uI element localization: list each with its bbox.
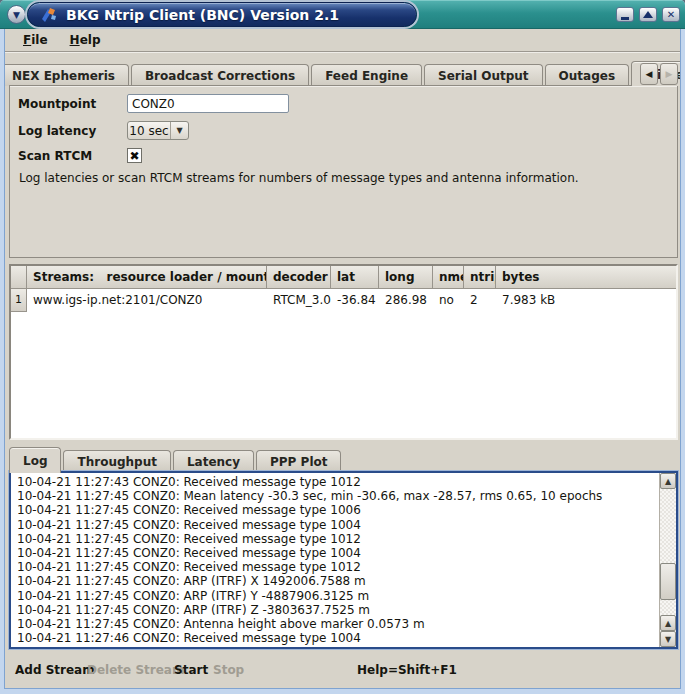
cell-nmea: no (433, 289, 464, 312)
start-button[interactable]: Start (174, 663, 208, 677)
log-lines: 10-04-21 11:27:43 CONZ0: Received messag… (11, 473, 658, 647)
mountpoint-row: Mountpoint (18, 94, 289, 113)
scrollbar-thumb[interactable] (660, 563, 676, 600)
tab-scroll-buttons: ◀ ▶ (640, 63, 678, 85)
cell-resource: www.igs-ip.net:2101/CONZ0 (27, 289, 267, 312)
log-latency-value: 10 sec (128, 124, 170, 138)
settings-tab-bar: NEX Ephemeris Broadcast Corrections Feed… (5, 60, 680, 86)
chevron-right-icon: ▶ (666, 69, 673, 79)
window-title: BKG Ntrip Client (BNC) Version 2.1 (66, 7, 339, 23)
tab-feed-engine[interactable]: Feed Engine (311, 64, 422, 86)
col-header-bytes[interactable]: bytes (496, 266, 676, 289)
col-header-streams[interactable]: Streams: resource loader / mountpoint (27, 266, 267, 289)
tab-scroll-left-button[interactable]: ◀ (640, 63, 658, 85)
title-pill: BKG Ntrip Client (BNC) Version 2.1 (27, 2, 417, 27)
title-bar[interactable]: ▼ BKG Ntrip Client (BNC) Version 2.1 ✕ (0, 0, 685, 29)
cell-decoder: RTCM_3.0 (267, 289, 331, 312)
close-button[interactable]: ✕ (662, 7, 680, 22)
arrow-down-icon: ▼ (665, 635, 671, 644)
scan-rtcm-checkbox[interactable]: ✖ (127, 148, 142, 163)
log-line: 10-04-21 11:27:45 CONZ0: Received messag… (17, 546, 658, 560)
output-tab-bar: Log Throughput Latency PPP Plot (9, 448, 678, 472)
menu-help[interactable]: Help (62, 31, 109, 49)
log-line: 10-04-21 11:27:45 CONZ0: ARP (ITRF) Y -4… (17, 589, 658, 603)
help-shortcut-hint: Help=Shift+F1 (357, 663, 457, 677)
arrow-up-icon: ▲ (665, 619, 671, 628)
checkmark-icon: ✖ (129, 150, 139, 162)
col-header-nmea[interactable]: nmea (433, 266, 464, 289)
col-header-lat[interactable]: lat (331, 266, 379, 289)
cell-lat: -36.84 (331, 289, 379, 312)
log-latency-row: Log latency 10 sec ▼ (18, 121, 189, 140)
scan-rtcm-label: Scan RTCM (18, 149, 127, 163)
cell-bytes: 7.983 kB (496, 289, 676, 312)
tab-ppp-plot[interactable]: PPP Plot (256, 450, 341, 472)
add-stream-button[interactable]: Add Stream (15, 663, 95, 677)
mountpoint-label: Mountpoint (18, 97, 127, 111)
table-row[interactable]: 1 www.igs-ip.net:2101/CONZ0 RTCM_3.0 -36… (11, 289, 676, 312)
tab-scroll-right-button[interactable]: ▶ (660, 63, 678, 85)
scroll-down-button[interactable]: ▼ (660, 631, 676, 647)
delete-stream-button: Delete Stream (87, 663, 184, 677)
maximize-icon (643, 11, 653, 18)
maximize-button[interactable] (639, 7, 657, 22)
chevron-left-icon: ◀ (646, 69, 653, 79)
log-line: 10-04-21 11:27:45 CONZ0: ARP (ITRF) Z -3… (17, 603, 658, 617)
streams-table-header: Streams: resource loader / mountpoint de… (11, 266, 676, 289)
col-header-ntrip[interactable]: ntrip (464, 266, 496, 289)
client-area: File Help NEX Ephemeris Broadcast Correc… (4, 29, 681, 689)
log-latency-label: Log latency (18, 124, 127, 138)
stop-button: Stop (213, 663, 244, 677)
col-header-long[interactable]: long (379, 266, 433, 289)
tab-broadcast-corrections[interactable]: Broadcast Corrections (131, 64, 309, 86)
tab-latency[interactable]: Latency (173, 450, 254, 472)
scroll-up-button[interactable]: ▲ (660, 473, 676, 489)
mountpoint-input[interactable] (127, 94, 289, 113)
log-line: 10-04-21 11:27:43 CONZ0: Received messag… (17, 475, 658, 489)
arrow-up-icon: ▲ (665, 477, 671, 486)
log-line: 10-04-21 11:27:45 CONZ0: Received messag… (17, 560, 658, 574)
window-menu-button[interactable]: ▼ (7, 5, 26, 24)
action-bar: Add Stream Delete Stream Start Stop Help… (5, 663, 680, 683)
scroll-up-button-bottom[interactable]: ▲ (660, 615, 676, 631)
log-line: 10-04-21 11:27:45 CONZ0: Received messag… (17, 503, 658, 517)
tab-rinex-ephemeris[interactable]: NEX Ephemeris (5, 64, 129, 86)
tab-outages[interactable]: Outages (545, 64, 629, 86)
panel-description: Log latencies or scan RTCM streams for n… (19, 171, 579, 185)
log-line: 10-04-21 11:27:45 CONZ0: Antenna height … (17, 617, 658, 631)
col-header-decoder[interactable]: decoder (267, 266, 331, 289)
window-controls: ✕ (616, 7, 680, 22)
log-output[interactable]: 10-04-21 11:27:43 CONZ0: Received messag… (9, 471, 678, 649)
application-window: ▼ BKG Ntrip Client (BNC) Version 2.1 ✕ F… (0, 0, 685, 694)
menu-file[interactable]: File (15, 31, 56, 49)
cell-long: 286.98 (379, 289, 433, 312)
scan-rtcm-row: Scan RTCM ✖ (18, 148, 142, 163)
window-menu-arrow-icon: ▼ (13, 10, 20, 20)
tab-throughput[interactable]: Throughput (63, 450, 170, 472)
tab-log[interactable]: Log (9, 447, 61, 473)
app-icon (40, 7, 58, 23)
minimize-icon (621, 17, 629, 20)
row-number[interactable]: 1 (11, 289, 27, 312)
close-icon: ✕ (667, 10, 675, 20)
log-line: 10-04-21 11:27:45 CONZ0: Mean latency -3… (17, 489, 658, 503)
log-latency-select[interactable]: 10 sec ▼ (127, 121, 189, 140)
log-line: 10-04-21 11:27:45 CONZ0: Received messag… (17, 532, 658, 546)
table-corner-button[interactable] (11, 266, 27, 289)
minimize-button[interactable] (616, 7, 634, 22)
log-line: 10-04-21 11:27:45 CONZ0: Received messag… (17, 518, 658, 532)
streams-table: Streams: resource loader / mountpoint de… (9, 264, 678, 440)
menu-bar: File Help (5, 29, 680, 52)
miscellaneous-panel: Mountpoint Log latency 10 sec ▼ Scan RTC… (9, 85, 678, 258)
cell-ntrip: 2 (464, 289, 496, 312)
log-scrollbar[interactable]: ▲ ▲ ▼ (659, 473, 676, 647)
tab-serial-output[interactable]: Serial Output (424, 64, 543, 86)
log-line: 10-04-21 11:27:45 CONZ0: ARP (ITRF) X 14… (17, 574, 658, 588)
chevron-down-icon: ▼ (170, 122, 188, 139)
log-line: 10-04-21 11:27:46 CONZ0: Received messag… (17, 631, 658, 645)
